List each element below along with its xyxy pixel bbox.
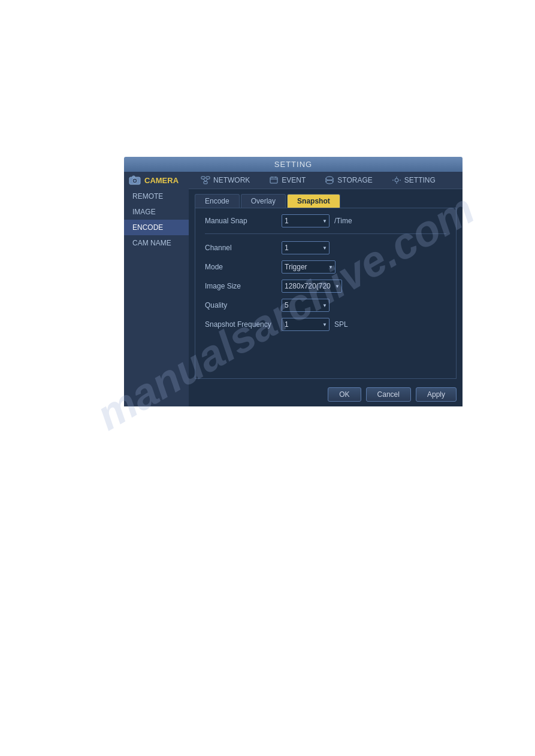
nav-event-label: EVENT bbox=[282, 176, 306, 184]
nav-setting[interactable]: SETTING bbox=[382, 172, 445, 189]
svg-rect-3 bbox=[132, 176, 135, 178]
mode-label: Mode bbox=[205, 263, 277, 271]
channel-select-wrapper: 1 2 3 4 bbox=[282, 241, 330, 254]
image-size-label: Image Size bbox=[205, 282, 277, 290]
manual-snap-select-wrapper: 1 2 3 bbox=[282, 214, 330, 227]
nav-storage-label: STORAGE bbox=[337, 176, 372, 184]
storage-icon bbox=[325, 175, 334, 185]
snapshot-freq-label: Snapshot Frequency bbox=[205, 320, 277, 329]
image-size-select-wrapper: 1280x720(720 704x480 352x240 bbox=[282, 280, 342, 293]
svg-line-7 bbox=[203, 179, 205, 181]
channel-label: Channel bbox=[205, 244, 277, 252]
dialog-body: CAMERA REMOTE IMAGE ENCODE CAM NAME bbox=[124, 172, 463, 406]
image-size-row: Image Size 1280x720(720 704x480 352x240 bbox=[205, 280, 446, 293]
nav-network[interactable]: NETWORK bbox=[191, 172, 259, 189]
sidebar-item-encode[interactable]: ENCODE bbox=[124, 220, 189, 235]
snapshot-freq-row: Snapshot Frequency 1 2 3 4 5 SPL bbox=[205, 318, 446, 331]
manual-snap-unit: /Time bbox=[334, 217, 352, 225]
panel-divider bbox=[205, 233, 446, 234]
mode-select[interactable]: Trigger Timing bbox=[282, 260, 335, 274]
manual-snap-row: Manual Snap 1 2 3 /Time bbox=[205, 214, 446, 227]
sidebar-header: CAMERA bbox=[124, 172, 189, 189]
channel-row: Channel 1 2 3 4 bbox=[205, 241, 446, 254]
camera-icon bbox=[129, 175, 141, 185]
network-icon bbox=[201, 175, 210, 185]
snapshot-freq-unit: SPL bbox=[334, 320, 348, 329]
sidebar-item-remote[interactable]: REMOTE bbox=[124, 189, 189, 204]
content-area: NETWORK EVENT bbox=[189, 172, 463, 406]
settings-panel: Manual Snap 1 2 3 /Time Channel bbox=[195, 208, 457, 379]
svg-point-13 bbox=[326, 177, 333, 180]
image-size-select[interactable]: 1280x720(720 704x480 352x240 bbox=[282, 280, 342, 293]
nav-event[interactable]: EVENT bbox=[259, 172, 315, 189]
quality-select[interactable]: 1 2 3 4 5 6 bbox=[282, 299, 330, 312]
snapshot-freq-select-wrapper: 1 2 3 4 5 bbox=[282, 318, 330, 331]
ok-button[interactable]: OK bbox=[328, 387, 361, 402]
manual-snap-select[interactable]: 1 2 3 bbox=[282, 214, 330, 227]
settings-dialog: SETTING CAMERA REMOTE bbox=[124, 157, 463, 408]
sidebar: CAMERA REMOTE IMAGE ENCODE CAM NAME bbox=[124, 172, 189, 406]
tab-overlay[interactable]: Overlay bbox=[241, 194, 286, 208]
svg-point-17 bbox=[395, 178, 398, 182]
svg-rect-4 bbox=[201, 177, 205, 179]
nav-setting-label: SETTING bbox=[404, 176, 436, 184]
svg-rect-5 bbox=[206, 177, 210, 179]
sidebar-item-camname[interactable]: CAM NAME bbox=[124, 235, 189, 251]
quality-row: Quality 1 2 3 4 5 6 bbox=[205, 299, 446, 312]
tab-snapshot[interactable]: Snapshot bbox=[287, 194, 340, 208]
nav-storage[interactable]: STORAGE bbox=[315, 172, 382, 189]
mode-select-wrapper: Trigger Timing bbox=[282, 260, 335, 274]
dialog-title: SETTING bbox=[124, 157, 463, 172]
manual-snap-label: Manual Snap bbox=[205, 217, 277, 225]
svg-point-16 bbox=[326, 180, 333, 184]
svg-line-8 bbox=[205, 179, 208, 181]
quality-label: Quality bbox=[205, 301, 277, 309]
cancel-button[interactable]: Cancel bbox=[366, 387, 411, 402]
setting-icon bbox=[392, 175, 401, 185]
top-nav: NETWORK EVENT bbox=[189, 172, 463, 189]
sidebar-title: CAMERA bbox=[144, 176, 179, 185]
event-icon bbox=[269, 175, 279, 185]
svg-point-2 bbox=[134, 180, 136, 182]
svg-rect-9 bbox=[270, 177, 277, 183]
snapshot-freq-select[interactable]: 1 2 3 4 5 bbox=[282, 318, 330, 331]
inner-tabs: Encode Overlay Snapshot bbox=[189, 189, 463, 208]
button-row: OK Cancel Apply bbox=[189, 384, 463, 406]
sidebar-item-image[interactable]: IMAGE bbox=[124, 204, 189, 220]
apply-button[interactable]: Apply bbox=[416, 387, 457, 402]
mode-row: Mode Trigger Timing bbox=[205, 260, 446, 274]
quality-select-wrapper: 1 2 3 4 5 6 bbox=[282, 299, 330, 312]
nav-network-label: NETWORK bbox=[213, 176, 250, 184]
svg-rect-6 bbox=[204, 181, 207, 184]
channel-select[interactable]: 1 2 3 4 bbox=[282, 241, 330, 254]
tab-encode[interactable]: Encode bbox=[195, 194, 240, 208]
